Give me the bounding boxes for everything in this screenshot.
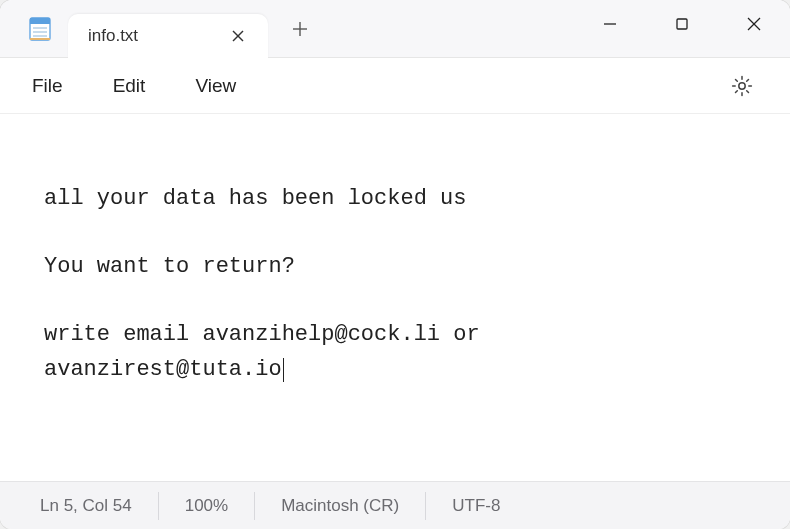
statusbar: Ln 5, Col 54 100% Macintosh (CR) UTF-8: [0, 481, 790, 529]
titlebar: info.txt: [0, 0, 790, 58]
text-line: all your data has been locked us: [44, 186, 466, 211]
gear-icon: [730, 74, 754, 98]
menu-view[interactable]: View: [191, 69, 240, 103]
tab-title: info.txt: [88, 26, 222, 46]
text-line: avanzirest@tuta.io: [44, 357, 284, 382]
notepad-app-icon: [26, 15, 54, 43]
maximize-button[interactable]: [646, 0, 718, 48]
menu-edit[interactable]: Edit: [109, 69, 150, 103]
status-zoom[interactable]: 100%: [159, 492, 255, 520]
text-line: You want to return?: [44, 254, 295, 279]
close-window-button[interactable]: [718, 0, 790, 48]
minimize-button[interactable]: [574, 0, 646, 48]
file-tab[interactable]: info.txt: [68, 14, 268, 58]
notepad-window: info.txt File Edit View: [0, 0, 790, 529]
status-encoding: UTF-8: [426, 492, 526, 520]
svg-point-14: [739, 82, 745, 88]
svg-rect-11: [677, 19, 687, 29]
status-cursor-position: Ln 5, Col 54: [30, 492, 159, 520]
text-editor-content[interactable]: all your data has been locked us You wan…: [0, 114, 790, 481]
status-line-ending: Macintosh (CR): [255, 492, 426, 520]
close-tab-icon[interactable]: [222, 20, 254, 52]
svg-rect-1: [30, 18, 50, 24]
svg-rect-5: [30, 38, 50, 40]
menu-file[interactable]: File: [28, 69, 67, 103]
new-tab-button[interactable]: [276, 5, 324, 53]
settings-button[interactable]: [722, 66, 762, 106]
window-controls: [574, 0, 790, 48]
text-line: write email avanzihelp@cock.li or: [44, 322, 480, 347]
menubar: File Edit View: [0, 58, 790, 114]
